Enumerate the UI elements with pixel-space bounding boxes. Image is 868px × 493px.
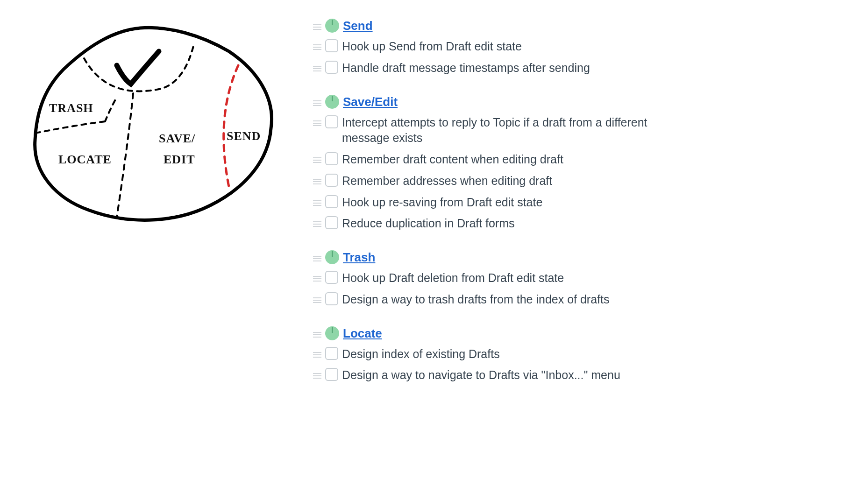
task-row: Remember draft content when editing draf… bbox=[313, 152, 845, 168]
task-label: Hook up Send from Draft edit state bbox=[342, 39, 522, 55]
task-label: Design a way to navigate to Drafts via "… bbox=[342, 367, 620, 383]
task-label: Hook up re-saving from Draft edit state bbox=[342, 195, 542, 211]
task-checkbox[interactable] bbox=[325, 347, 338, 360]
drag-handle-icon[interactable] bbox=[313, 292, 321, 303]
task-checkbox[interactable] bbox=[325, 271, 338, 284]
drag-handle-icon[interactable] bbox=[313, 270, 321, 282]
task-checkbox[interactable] bbox=[325, 152, 338, 165]
task-row: Reduce duplication in Draft forms bbox=[313, 216, 845, 232]
sketch-label-locate: LOCATE bbox=[58, 153, 112, 166]
task-checkbox[interactable] bbox=[325, 292, 338, 305]
group-save-edit: Save/Edit Intercept attempts to reply to… bbox=[313, 95, 845, 232]
status-pie-icon[interactable] bbox=[325, 19, 339, 33]
task-checkbox[interactable] bbox=[325, 115, 338, 128]
group-heading-link[interactable]: Send bbox=[343, 19, 373, 33]
task-row: Remember addresses when editing draft bbox=[313, 173, 845, 189]
drag-handle-icon[interactable] bbox=[313, 250, 321, 261]
sketch-label-saveedit-2: EDIT bbox=[164, 153, 195, 166]
group-heading-row: Locate bbox=[313, 326, 845, 341]
drag-handle-icon[interactable] bbox=[313, 367, 321, 379]
group-heading-link[interactable]: Locate bbox=[343, 326, 382, 341]
task-checkbox[interactable] bbox=[325, 368, 338, 381]
task-row: Hook up Send from Draft edit state bbox=[313, 39, 845, 55]
drag-handle-icon[interactable] bbox=[313, 195, 321, 206]
task-row: Intercept attempts to reply to Topic if … bbox=[313, 115, 845, 147]
task-label: Remember addresses when editing draft bbox=[342, 173, 552, 189]
group-heading-row: Send bbox=[313, 19, 845, 33]
drag-handle-icon[interactable] bbox=[313, 115, 321, 126]
scope-sketch: TRASH LOCATE SAVE/ EDIT SEND bbox=[23, 19, 276, 229]
sketch-label-send: SEND bbox=[227, 129, 261, 143]
drag-handle-icon[interactable] bbox=[313, 152, 321, 163]
task-label: Handle draft message timestamps after se… bbox=[342, 60, 590, 76]
drag-handle-icon[interactable] bbox=[313, 173, 321, 184]
task-checkbox[interactable] bbox=[325, 216, 338, 229]
drag-handle-icon[interactable] bbox=[313, 346, 321, 358]
drag-handle-icon[interactable] bbox=[313, 216, 321, 227]
task-row: Design a way to navigate to Drafts via "… bbox=[313, 367, 845, 383]
sketch-label-saveedit-1: SAVE/ bbox=[159, 132, 195, 145]
group-send: Send Hook up Send from Draft edit state … bbox=[313, 19, 845, 76]
task-row: Hook up Draft deletion from Draft edit s… bbox=[313, 270, 845, 286]
sketch-label-trash: TRASH bbox=[49, 101, 93, 115]
drag-handle-icon[interactable] bbox=[313, 326, 321, 338]
task-row: Handle draft message timestamps after se… bbox=[313, 60, 845, 76]
task-checkbox[interactable] bbox=[325, 39, 338, 52]
task-checkbox[interactable] bbox=[325, 195, 338, 208]
sketch-column: TRASH LOCATE SAVE/ EDIT SEND bbox=[23, 19, 276, 474]
group-locate: Locate Design index of existing Drafts D… bbox=[313, 326, 845, 384]
task-label: Intercept attempts to reply to Topic if … bbox=[342, 115, 678, 147]
task-label: Reduce duplication in Draft forms bbox=[342, 216, 515, 232]
task-checkbox[interactable] bbox=[325, 61, 338, 74]
drag-handle-icon[interactable] bbox=[313, 19, 321, 30]
task-label: Design a way to trash drafts from the in… bbox=[342, 292, 610, 308]
group-heading-link[interactable]: Save/Edit bbox=[343, 95, 398, 109]
task-row: Design a way to trash drafts from the in… bbox=[313, 292, 845, 308]
task-row: Design index of existing Drafts bbox=[313, 346, 845, 362]
status-pie-icon[interactable] bbox=[325, 326, 339, 340]
group-trash: Trash Hook up Draft deletion from Draft … bbox=[313, 250, 845, 308]
task-row: Hook up re-saving from Draft edit state bbox=[313, 195, 845, 211]
group-heading-row: Trash bbox=[313, 250, 845, 265]
status-pie-icon[interactable] bbox=[325, 250, 339, 264]
group-heading-row: Save/Edit bbox=[313, 95, 845, 109]
task-checkbox[interactable] bbox=[325, 174, 338, 187]
task-label: Hook up Draft deletion from Draft edit s… bbox=[342, 270, 564, 286]
drag-handle-icon[interactable] bbox=[313, 60, 321, 71]
drag-handle-icon[interactable] bbox=[313, 39, 321, 50]
task-label: Design index of existing Drafts bbox=[342, 346, 500, 362]
drag-handle-icon[interactable] bbox=[313, 95, 321, 106]
task-label: Remember draft content when editing draf… bbox=[342, 152, 563, 168]
task-list-column: Send Hook up Send from Draft edit state … bbox=[313, 19, 845, 474]
status-pie-icon[interactable] bbox=[325, 95, 339, 109]
group-heading-link[interactable]: Trash bbox=[343, 250, 375, 265]
